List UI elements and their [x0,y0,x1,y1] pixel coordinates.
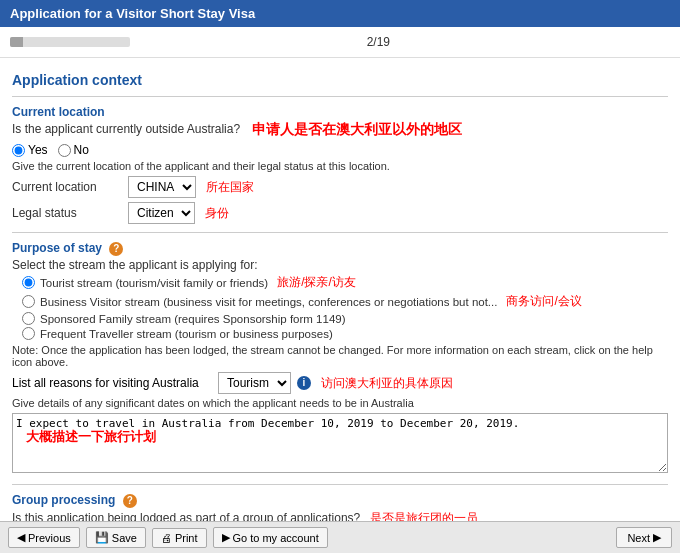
current-location-field-row: Current location CHINA 所在国家 [12,176,668,198]
list-reason-row: List all reasons for visiting Australia … [12,372,668,394]
title-bar: Application for a Visitor Short Stay Vis… [0,0,680,27]
previous-button[interactable]: ◀ Previous [8,527,80,548]
progress-bar-container: 2/19 [0,27,680,58]
location-instruction-text: Give the current location of the applica… [12,160,668,172]
go-to-account-label: Go to my account [233,532,319,544]
business-stream-annotation: 商务访问/会议 [506,293,581,310]
outside-australia-annotation: 申请人是否在澳大利亚以外的地区 [252,121,462,139]
frequent-stream-label: Frequent Traveller stream (tourism or bu… [40,328,333,340]
next-icon: ▶ [653,531,661,544]
outside-australia-question-row: Is the applicant currently outside Austr… [12,121,668,139]
tourist-stream-radio[interactable] [22,276,35,289]
next-button[interactable]: Next ▶ [616,527,672,548]
legal-status-field-row: Legal status Citizen 身份 [12,202,668,224]
current-location-header: Current location [12,105,668,119]
main-content: Application context Current location Is … [0,58,680,548]
previous-icon: ◀ [17,531,25,544]
stream-note-text: Note: Once the application has been lodg… [12,344,668,368]
outside-australia-question: Is the applicant currently outside Austr… [12,122,240,136]
current-location-annotation: 所在国家 [206,179,254,196]
list-reason-annotation: 访问澳大利亚的具体原因 [321,375,453,392]
bottom-bar: ◀ Previous 💾 Save 🖨 Print ▶ Go to my acc… [0,521,680,553]
list-reason-info-icon[interactable]: i [297,376,311,390]
business-stream-option: Business Visitor stream (business visit … [22,293,668,310]
current-location-select[interactable]: CHINA [128,176,196,198]
stream-select-text: Select the stream the applicant is apply… [12,258,668,272]
stream-options: Tourist stream (tourism/visit family or … [22,274,668,340]
print-icon: 🖨 [161,532,172,544]
outside-australia-yes-label[interactable]: Yes [12,143,48,157]
divider-1 [12,96,668,97]
sponsored-stream-radio[interactable] [22,312,35,325]
outside-australia-no-radio[interactable] [58,144,71,157]
title-text: Application for a Visitor Short Stay Vis… [10,6,255,21]
business-stream-radio[interactable] [22,295,35,308]
save-button[interactable]: 💾 Save [86,527,146,548]
sponsored-stream-option: Sponsored Family stream (requires Sponso… [22,312,668,325]
sponsored-stream-label: Sponsored Family stream (requires Sponso… [40,313,346,325]
divider-2 [12,232,668,233]
previous-label: Previous [28,532,71,544]
divider-3 [12,484,668,485]
legal-status-field-label: Legal status [12,206,122,220]
current-location-field-label: Current location [12,180,122,194]
go-to-account-button[interactable]: ▶ Go to my account [213,527,328,548]
save-label: Save [112,532,137,544]
tourist-stream-option: Tourist stream (tourism/visit family or … [22,274,668,291]
account-icon: ▶ [222,531,230,544]
business-stream-label: Business Visitor stream (business visit … [40,296,497,308]
page-counter: 2/19 [367,35,390,49]
purpose-of-stay-help-icon[interactable]: ? [109,242,123,256]
save-icon: 💾 [95,531,109,544]
list-reason-label: List all reasons for visiting Australia [12,376,212,390]
dates-question-text: Give details of any significant dates on… [12,397,668,409]
outside-australia-no-label[interactable]: No [58,143,89,157]
next-label: Next [627,532,650,544]
list-reason-select[interactable]: Tourism [218,372,291,394]
tourist-stream-label: Tourist stream (tourism/visit family or … [40,277,268,289]
print-label: Print [175,532,198,544]
outside-australia-radio-group: Yes No [12,143,668,157]
progress-bar-fill [10,37,23,47]
outside-australia-yes-radio[interactable] [12,144,25,157]
tourist-stream-annotation: 旅游/探亲/访友 [277,274,356,291]
application-context-header: Application context [12,72,668,88]
purpose-of-stay-header: Purpose of stay ? [12,241,668,256]
progress-bar-track [10,37,130,47]
frequent-stream-radio[interactable] [22,327,35,340]
legal-status-annotation: 身份 [205,205,229,222]
dates-annotation: 大概描述一下旅行计划 [26,428,156,446]
print-button[interactable]: 🖨 Print [152,528,207,548]
legal-status-select[interactable]: Citizen [128,202,195,224]
frequent-stream-option: Frequent Traveller stream (tourism or bu… [22,327,668,340]
group-processing-help-icon[interactable]: ? [123,494,137,508]
group-processing-header: Group processing ? [12,493,668,508]
